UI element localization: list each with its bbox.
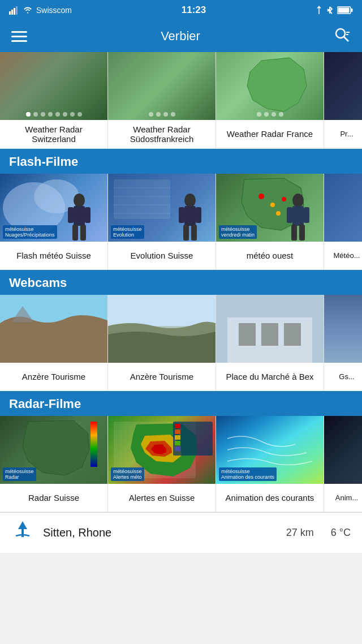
svg-point-14 <box>74 194 85 207</box>
svg-rect-48 <box>284 323 301 346</box>
card-weather-radar-france[interactable]: Weather Radar France <box>216 52 324 149</box>
person-silhouette-3 <box>284 194 312 242</box>
status-bar: Swisscom 11:23 <box>0 0 362 20</box>
logo-badge-radar3: météosuisseAnimation des courants <box>219 467 277 481</box>
card-label-flash4: Météo... <box>324 242 362 270</box>
svg-rect-1 <box>11 10 13 15</box>
webcams-header: Webcams <box>0 270 362 295</box>
boat-icon <box>11 519 34 542</box>
card-label-radar1: Radar Suisse <box>0 484 107 512</box>
card-label-partial-1: Pr... <box>324 120 362 148</box>
card-thumb-radar2: météosuisseAlertes méto <box>108 416 216 484</box>
card-thumb-flash2: météosuisseEvolution <box>108 174 216 242</box>
svg-rect-26 <box>184 206 196 226</box>
card-flash-meteo-suisse[interactable]: météosuisseNuages/Précipitations Flash m… <box>0 174 108 270</box>
card-thumb-webcam2 <box>108 295 216 363</box>
card-label-webcam1: Anzère Tourisme <box>0 363 107 391</box>
card-label-switzerland: Weather Radar Switzerland <box>0 120 107 149</box>
svg-rect-2 <box>14 8 15 15</box>
svg-rect-0 <box>9 11 11 15</box>
card-meteo-partial[interactable]: Météo... <box>324 174 362 270</box>
svg-rect-28 <box>196 207 201 223</box>
card-thumb-webcam4 <box>324 295 362 363</box>
logo-badge-2: météosuisseEvolution <box>111 225 144 239</box>
svg-rect-41 <box>299 225 305 241</box>
logo-badge-radar2: météosuisseAlertes méto <box>111 467 144 481</box>
svg-point-35 <box>276 211 281 216</box>
bottom-location-name: Sitten, Rhone <box>43 526 277 539</box>
card-thumb-flash1: météosuisseNuages/Précipitations <box>0 174 107 242</box>
radar-filme-header: Radar-Filme <box>0 391 362 416</box>
svg-rect-59 <box>175 435 180 440</box>
svg-rect-64 <box>21 529 24 537</box>
svg-rect-39 <box>304 207 309 223</box>
card-anim-partial[interactable]: Anim... <box>324 416 362 512</box>
dot-indicators-3 <box>216 112 324 117</box>
radar-filme-title: Radar-Filme <box>9 397 353 411</box>
card-gs-partial[interactable]: Gs... <box>324 295 362 391</box>
card-anzere-tourisme-1[interactable]: Anzère Tourisme <box>0 295 108 391</box>
svg-rect-3 <box>16 6 18 15</box>
wifi-icon <box>23 6 33 15</box>
svg-point-25 <box>184 194 196 207</box>
svg-marker-63 <box>18 521 27 529</box>
card-meteo-ouest[interactable]: météosuissevendredi matin météo ouest <box>216 174 324 270</box>
card-label-webcam4: Gs... <box>324 363 362 391</box>
card-partial-1[interactable]: Pr... <box>324 52 362 149</box>
svg-rect-5 <box>338 8 350 13</box>
bottom-location-info: Sitten, Rhone <box>43 526 277 539</box>
card-thumb-radar1: météosuisseRadar <box>0 416 107 484</box>
card-weather-radar-switzerland[interactable]: Weather Radar Switzerland <box>0 52 108 149</box>
status-time: 11:23 <box>182 5 206 16</box>
flash-filme-header: Flash-Filme <box>0 149 362 174</box>
svg-line-8 <box>344 37 348 41</box>
radar-filme-row: météosuisseRadar Radar Suisse <box>0 416 362 512</box>
card-thumb-flash4 <box>324 174 362 242</box>
svg-rect-6 <box>351 8 353 12</box>
bluetooth-icon <box>326 6 334 15</box>
person-silhouette-2 <box>176 194 204 242</box>
card-label-flash2: Evolution Suisse <box>108 242 216 270</box>
bottom-bar: Sitten, Rhone 27 km 6 °C <box>0 512 362 553</box>
svg-rect-29 <box>183 225 189 241</box>
menu-button[interactable] <box>11 31 27 42</box>
carrier-name: Swisscom <box>36 6 72 15</box>
card-radar-suisse[interactable]: météosuisseRadar Radar Suisse <box>0 416 108 512</box>
svg-marker-11 <box>247 58 307 111</box>
webcams-row: Anzère Tourisme Anzère Tourisme <box>0 295 362 391</box>
svg-rect-47 <box>261 323 278 346</box>
svg-rect-20 <box>114 179 170 219</box>
card-place-du-marche[interactable]: Place du Marché à Bex <box>216 295 324 391</box>
card-alertes-suisse[interactable]: météosuisseAlertes méto Alertes en Suiss… <box>108 416 216 512</box>
signal-icon <box>9 6 19 15</box>
card-thumb-radar4 <box>324 416 362 484</box>
svg-rect-16 <box>68 207 74 223</box>
card-label-sudost: Weather Radar Südostfrankreich <box>108 120 216 149</box>
svg-rect-46 <box>239 323 256 346</box>
status-left: Swisscom <box>9 6 72 15</box>
logo-badge-radar1: météosuisseRadar <box>3 467 36 481</box>
svg-rect-17 <box>85 207 90 223</box>
battery-icon <box>337 6 353 15</box>
card-thumb-france <box>216 52 324 120</box>
bottom-stats: 27 km 6 °C <box>286 527 351 539</box>
svg-rect-40 <box>291 225 297 241</box>
card-label-webcam2: Anzère Tourisme <box>108 363 216 391</box>
card-thumb-sudost <box>108 52 216 120</box>
flash-filme-row: météosuisseNuages/Précipitations Flash m… <box>0 174 362 270</box>
card-thumb-webcam1 <box>0 295 107 363</box>
logo-badge-3: météosuissevendredi matin <box>219 225 257 239</box>
card-evolution-suisse[interactable]: météosuisseEvolution Evolution Suisse <box>108 174 216 270</box>
card-anzere-tourisme-2[interactable]: Anzère Tourisme <box>108 295 216 391</box>
search-button[interactable] <box>334 27 351 46</box>
dot-indicators-2 <box>108 112 216 117</box>
svg-rect-50 <box>90 422 97 467</box>
flash-filme-title: Flash-Filme <box>9 154 353 169</box>
svg-rect-57 <box>175 424 180 428</box>
card-label-radar4: Anim... <box>324 484 362 512</box>
card-thumb-switzerland <box>0 52 107 120</box>
card-animation-courants[interactable]: météosuisseAnimation des courants Animat… <box>216 416 324 512</box>
nav-bar: Verbier <box>0 20 362 52</box>
svg-point-36 <box>292 194 304 207</box>
card-weather-radar-sudost[interactable]: Weather Radar Südostfrankreich <box>108 52 216 149</box>
